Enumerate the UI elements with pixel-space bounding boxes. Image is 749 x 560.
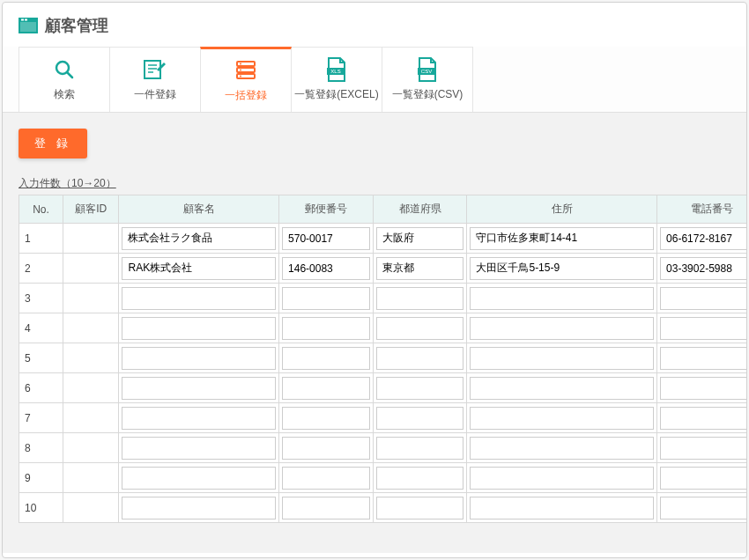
table-row: 6	[19, 373, 747, 403]
prefecture-input[interactable]	[376, 437, 464, 460]
customer-id-cell	[63, 254, 119, 283]
customer-name-input[interactable]	[122, 377, 276, 400]
customer-id-cell	[63, 373, 119, 402]
tab-search[interactable]: 検索	[19, 47, 110, 112]
prefecture-input[interactable]	[376, 317, 464, 340]
telephone-input[interactable]	[660, 467, 746, 490]
customer-name-input[interactable]	[122, 317, 276, 340]
customer-name-input[interactable]	[122, 227, 276, 250]
table-row: 1	[19, 224, 747, 254]
page-header: 顧客管理	[3, 3, 746, 47]
input-count-link[interactable]: 入力件数（10→20）	[19, 176, 116, 191]
telephone-input[interactable]	[660, 227, 746, 250]
customer-id-cell	[63, 403, 119, 432]
customer-id-cell	[63, 493, 119, 522]
table-row: 4	[19, 313, 747, 343]
address-input[interactable]	[470, 377, 654, 400]
customer-name-input[interactable]	[122, 347, 276, 370]
postal-input[interactable]	[282, 437, 370, 460]
row-number: 6	[19, 373, 63, 402]
register-button[interactable]: 登 録	[19, 129, 87, 158]
telephone-input[interactable]	[660, 257, 746, 280]
row-number: 3	[19, 284, 63, 313]
telephone-input[interactable]	[660, 407, 746, 430]
address-input[interactable]	[470, 347, 654, 370]
customer-name-input[interactable]	[122, 407, 276, 430]
tab-label: 一覧登録(EXCEL)	[294, 87, 378, 102]
table-row: 3	[19, 284, 747, 313]
prefecture-input[interactable]	[376, 287, 464, 310]
svg-point-13	[240, 63, 241, 65]
table-row: 9	[19, 463, 747, 493]
col-addr: 住所	[467, 195, 657, 224]
tab-list-csv[interactable]: CSV 一覧登録(CSV)	[382, 47, 473, 112]
prefecture-input[interactable]	[376, 467, 464, 490]
table-row: 7	[19, 403, 747, 433]
content-area: 登 録 入力件数（10→20） No. 顧客ID 顧客名 郵便番号 都道府県 住…	[3, 113, 746, 553]
stack-icon	[234, 58, 257, 83]
postal-input[interactable]	[282, 497, 370, 519]
table-row: 2	[19, 254, 747, 284]
customer-name-input[interactable]	[122, 497, 276, 519]
customer-id-cell	[63, 433, 119, 462]
address-input[interactable]	[470, 317, 654, 340]
prefecture-input[interactable]	[376, 407, 464, 430]
table-row: 5	[19, 343, 747, 373]
svg-rect-2	[21, 19, 24, 21]
address-input[interactable]	[470, 407, 654, 430]
postal-input[interactable]	[282, 377, 370, 400]
col-tel: 電話番号	[657, 195, 746, 224]
address-input[interactable]	[470, 497, 654, 519]
address-input[interactable]	[470, 437, 654, 460]
svg-rect-3	[25, 19, 27, 21]
csv-file-icon: CSV	[417, 57, 438, 82]
customer-id-cell	[63, 343, 119, 372]
svg-text:CSV: CSV	[421, 69, 432, 74]
address-input[interactable]	[470, 227, 654, 250]
prefecture-input[interactable]	[376, 257, 464, 280]
postal-input[interactable]	[282, 227, 370, 250]
row-number: 8	[19, 433, 63, 462]
telephone-input[interactable]	[660, 437, 746, 460]
customer-name-input[interactable]	[122, 257, 276, 280]
customer-name-input[interactable]	[122, 287, 276, 310]
col-postal: 郵便番号	[279, 195, 374, 224]
postal-input[interactable]	[282, 287, 370, 310]
svg-point-15	[240, 76, 241, 77]
prefecture-input[interactable]	[376, 377, 464, 400]
address-input[interactable]	[470, 287, 654, 310]
telephone-input[interactable]	[660, 497, 746, 519]
postal-input[interactable]	[282, 347, 370, 370]
col-id: 顧客ID	[63, 195, 119, 224]
postal-input[interactable]	[282, 317, 370, 340]
address-input[interactable]	[470, 257, 654, 280]
tab-single-register[interactable]: 一件登録	[109, 47, 201, 112]
customer-name-input[interactable]	[122, 437, 276, 460]
telephone-input[interactable]	[660, 287, 746, 310]
window-icon	[19, 18, 38, 33]
row-number: 4	[19, 313, 63, 343]
telephone-input[interactable]	[660, 317, 746, 340]
customer-name-input[interactable]	[122, 467, 276, 490]
xls-file-icon: XLS	[326, 57, 347, 82]
row-number: 7	[19, 403, 63, 432]
prefecture-input[interactable]	[376, 347, 464, 370]
telephone-input[interactable]	[660, 377, 746, 400]
telephone-input[interactable]	[660, 347, 746, 370]
table-row: 8	[19, 433, 747, 463]
page-title: 顧客管理	[45, 15, 108, 36]
prefecture-input[interactable]	[376, 497, 464, 519]
table-scroll[interactable]: No. 顧客ID 顧客名 郵便番号 都道府県 住所 電話番号 123456789…	[19, 195, 746, 523]
tab-list-excel[interactable]: XLS 一覧登録(EXCEL)	[291, 47, 382, 112]
row-number: 10	[19, 493, 63, 522]
address-input[interactable]	[470, 467, 654, 490]
postal-input[interactable]	[282, 257, 370, 280]
tab-bulk-register[interactable]: 一括登録	[200, 47, 292, 112]
tab-label: 一括登録	[225, 88, 267, 103]
col-pref: 都道府県	[373, 195, 467, 224]
customer-id-cell	[63, 284, 119, 313]
postal-input[interactable]	[282, 467, 370, 490]
postal-input[interactable]	[282, 407, 370, 430]
search-icon	[53, 57, 76, 82]
prefecture-input[interactable]	[376, 227, 464, 250]
